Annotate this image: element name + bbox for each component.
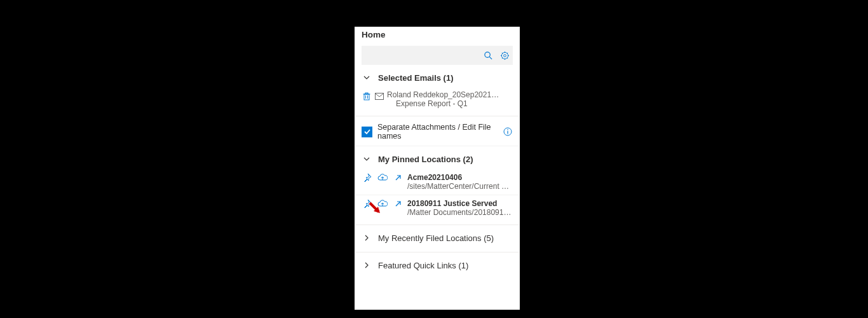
svg-line-8: [501, 52, 502, 53]
separate-attachments-label: Separate Attachments / Edit File names: [377, 123, 503, 141]
svg-rect-12: [364, 94, 369, 100]
email-filename: Roland Reddekop_20Sep2021 9.13....: [387, 90, 500, 99]
section-title-selected-emails: Selected Emails (1): [378, 73, 454, 83]
svg-line-1: [489, 57, 492, 59]
pinned-location-item[interactable]: 20180911 Justice Served /Matter Document…: [355, 195, 519, 221]
external-link-icon[interactable]: [392, 200, 403, 207]
section-title-recent: My Recently Filed Locations (5): [378, 233, 494, 243]
gear-icon[interactable]: [496, 47, 513, 64]
pinned-location-item[interactable]: Acme20210406 /sites/MatterCenter/Current…: [355, 169, 519, 195]
info-icon[interactable]: [503, 127, 513, 137]
location-title: 20180911 Justice Served: [407, 199, 497, 208]
location-path: /Matter Documents/20180911 ...: [407, 208, 513, 217]
external-link-icon[interactable]: [392, 174, 403, 181]
section-pinned-locations[interactable]: My Pinned Locations (2): [355, 146, 519, 169]
location-title: Acme20210406: [407, 173, 462, 182]
search-icon[interactable]: [480, 47, 496, 64]
pin-icon[interactable]: [362, 173, 373, 182]
page-title: Home: [355, 27, 519, 46]
svg-point-19: [507, 129, 508, 130]
svg-line-22: [396, 176, 400, 180]
separate-attachments-row[interactable]: Separate Attachments / Edit File names: [355, 116, 519, 146]
svg-line-10: [501, 57, 502, 58]
pin-icon[interactable]: [362, 199, 373, 208]
chevron-down-icon: [362, 73, 372, 83]
section-selected-emails[interactable]: Selected Emails (1): [355, 65, 519, 88]
location-path: /sites/MatterCenter/Current M...: [407, 182, 513, 191]
section-title-pinned: My Pinned Locations (2): [378, 155, 473, 164]
email-item[interactable]: Roland Reddekop_20Sep2021 9.13.... Expen…: [355, 88, 519, 112]
checkbox-checked-icon[interactable]: [362, 127, 372, 137]
cloud-upload-icon[interactable]: [377, 174, 388, 181]
chevron-down-icon: [362, 154, 372, 164]
search-bar[interactable]: [362, 46, 513, 65]
svg-line-24: [396, 202, 400, 206]
mail-icon: [374, 91, 384, 101]
chevron-right-icon: [362, 233, 372, 243]
svg-rect-16: [365, 93, 368, 94]
section-title-quicklinks: Featured Quick Links (1): [378, 261, 468, 270]
section-recently-filed[interactable]: My Recently Filed Locations (5): [355, 225, 519, 248]
svg-line-11: [506, 52, 507, 53]
email-subject: Expense Report - Q1: [396, 99, 500, 108]
svg-point-0: [484, 52, 489, 57]
cloud-upload-icon[interactable]: [377, 200, 388, 207]
trash-icon[interactable]: [362, 91, 372, 101]
section-quick-links[interactable]: Featured Quick Links (1): [355, 252, 519, 275]
chevron-right-icon: [362, 260, 372, 270]
sidebar-panel: Home Selected Emails (1) Roland Reddekop…: [355, 27, 520, 310]
svg-point-3: [503, 54, 506, 57]
email-text: Roland Reddekop_20Sep2021 9.13.... Expen…: [387, 90, 500, 108]
svg-line-9: [506, 57, 507, 58]
